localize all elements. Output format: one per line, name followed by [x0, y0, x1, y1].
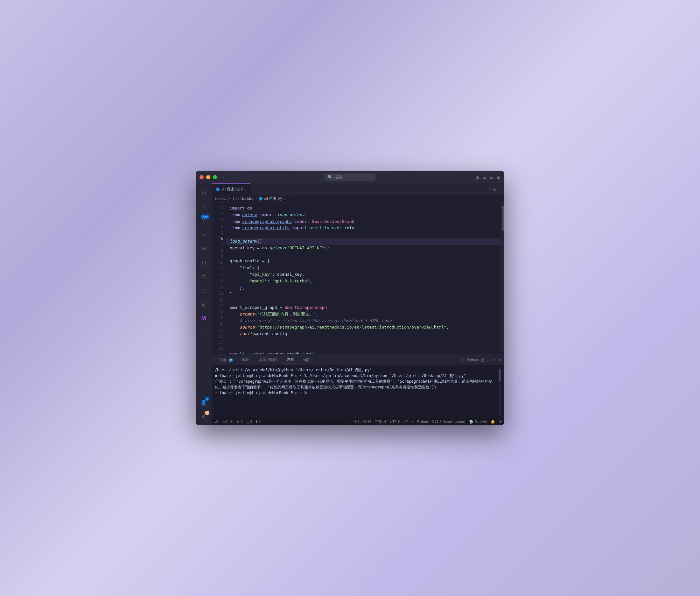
nav-buttons: ← →: [222, 174, 234, 179]
maximize-button[interactable]: [213, 175, 217, 179]
editor-scrollbar[interactable]: [501, 202, 504, 354]
breadcrumb-filename[interactable]: AI 爬虫.py: [264, 196, 282, 201]
position-label: 行 6，列 14: [353, 419, 371, 424]
code-line-4: from scrapegraphai.utils import prettify…: [230, 225, 501, 231]
code-line-10: "llm": {: [230, 265, 501, 271]
status-notifications[interactable]: ✉: [499, 420, 502, 424]
status-bell[interactable]: 🔔: [491, 420, 495, 424]
minimize-button[interactable]: [206, 175, 210, 179]
terminal-tab-terminal[interactable]: 终端: [283, 356, 298, 364]
watermark: CSDN @IntelliRealm: [658, 586, 691, 590]
status-python-version[interactable]: 3.11.6 ('base': conda): [432, 420, 465, 423]
activity-icon-run[interactable]: ▷: [197, 228, 210, 241]
run-button[interactable]: ▷: [488, 187, 491, 192]
activity-icon-docker[interactable]: ◫: [197, 284, 210, 297]
activity-icon-test[interactable]: ⚗: [197, 270, 210, 283]
breadcrumb-desktop[interactable]: Desktop: [240, 196, 255, 201]
notifications-icon: ✉: [499, 420, 502, 424]
terminal-scrollbar[interactable]: [499, 367, 501, 416]
editor-area: 🔷 AI 爬虫.py 2 × ▷ ⊟ ··· Users › jerlin: [212, 183, 504, 425]
code-line-17: prompt="总结页面的内容，列出要点。",: [230, 311, 501, 318]
layout-icon-4[interactable]: ⊞: [497, 174, 500, 179]
close-button[interactable]: [200, 175, 204, 179]
layout-icon-2[interactable]: ⊡: [483, 174, 487, 179]
breadcrumb: Users › jerlin › Desktop › 🔷 AI 爬虫.py › …: [212, 195, 504, 202]
code-line-23: result = smart_scraper_graph.run(): [230, 351, 501, 354]
breadcrumb-jerlin[interactable]: jerlin: [229, 196, 236, 201]
status-golive[interactable]: 📡 Go Live: [469, 420, 487, 424]
tab-file-icon: 🔷: [215, 187, 220, 192]
activity-icon-source-control[interactable]: ⑂ 10K+: [197, 214, 210, 227]
code-line-21: ): [230, 338, 501, 344]
terminal-split-button[interactable]: ⊟: [461, 357, 464, 362]
forward-button[interactable]: →: [229, 174, 234, 179]
code-line-3: from scrapegraphai.graphs import SmartSc…: [230, 218, 501, 225]
sync-icon: ⟳: [230, 420, 233, 424]
terminal-line-1: /Users/jerlin/anaconda3/bin/python "/Use…: [215, 367, 499, 373]
status-encoding[interactable]: UTF-8: [390, 420, 399, 423]
activity-icon-account[interactable]: 👤 1: [197, 396, 210, 409]
activity-icon-search[interactable]: ⌕: [197, 200, 210, 213]
activity-bar-bottom: 👤 1 ⚙ !: [197, 396, 210, 423]
more-actions[interactable]: ···: [202, 327, 205, 332]
errors-icon: ⊗: [236, 420, 239, 424]
terminal-delete-button[interactable]: 🗑: [481, 357, 485, 362]
terminal-scrollbar-thumb: [499, 369, 500, 381]
status-info[interactable]: ℹ 0: [256, 420, 260, 424]
terminal-tab-problems[interactable]: 问题 2: [215, 356, 237, 364]
search-bar[interactable]: 🔍 搜索: [325, 174, 375, 181]
code-editor[interactable]: import os from dotenv import load_dotenv…: [226, 202, 501, 354]
main-layout: ⎗ ⌕ ⑂ 10K+ ▷ ⊞ ⊡ ⚗: [196, 183, 504, 425]
status-spaces[interactable]: 空格: 4: [375, 419, 386, 424]
status-branch[interactable]: ⎇ main* ⟳: [214, 420, 233, 424]
activity-icon-merlin[interactable]: M: [197, 312, 210, 325]
status-language[interactable]: Python: [417, 420, 428, 423]
copilot-icon: ◈: [202, 301, 206, 307]
test-icon: ⚗: [201, 273, 206, 279]
editor-content[interactable]: 1 2 3 4 5 6 7 8 9 10 11 12 13 14: [212, 202, 504, 354]
activity-icon-settings[interactable]: ⚙ !: [197, 410, 210, 423]
tab-bar: 🔷 AI 爬虫.py 2 × ▷ ⊟ ···: [212, 183, 504, 195]
status-right: 行 6，列 14 空格: 4 UTF-8 LF λ: [353, 419, 502, 424]
layout-icon-3[interactable]: ⊟: [490, 174, 493, 179]
source-control-badge: 10K+: [201, 215, 209, 219]
terminal-more-button[interactable]: ···: [487, 357, 491, 362]
terminal-tab-ports[interactable]: 端口: [300, 356, 315, 364]
tab-ai-spider[interactable]: 🔷 AI 爬虫.py 2 ×: [212, 183, 251, 195]
breadcrumb-ellipsis[interactable]: ...: [285, 196, 289, 201]
terminal-tab-terminal-label: 终端: [287, 357, 294, 362]
terminal-tab-debug-label: 调试控制台: [259, 357, 278, 362]
code-line-14: }: [230, 291, 501, 298]
explorer-icon: ⎗: [202, 189, 206, 196]
settings-update-dot: !: [205, 411, 209, 415]
terminal-collapse-button[interactable]: ∧: [493, 357, 496, 362]
info-icon: ℹ: [256, 420, 257, 424]
status-errors[interactable]: ⊗ 0: [236, 420, 242, 424]
terminal-tab-output[interactable]: 输出: [238, 356, 254, 364]
search-icon: ⌕: [202, 203, 206, 210]
tab-label: AI 爬虫.py 2: [222, 187, 243, 192]
activity-icon-copilot[interactable]: ◈: [197, 298, 210, 311]
lambda-icon: λ: [411, 420, 413, 423]
activity-icon-explorer[interactable]: ⎗: [197, 186, 210, 199]
status-lineending[interactable]: LF: [404, 420, 408, 423]
layout-icon-1[interactable]: ⊞: [476, 174, 479, 179]
tab-close-button[interactable]: ×: [245, 188, 247, 191]
activity-icon-remote[interactable]: ⊡: [197, 256, 210, 269]
breadcrumb-users[interactable]: Users: [215, 196, 225, 201]
code-line-15: [230, 298, 501, 304]
add-terminal-button[interactable]: ＋: [454, 357, 458, 363]
terminal-tab-debug[interactable]: 调试控制台: [255, 356, 282, 364]
status-position[interactable]: 行 6，列 14: [353, 419, 371, 424]
terminal-close-button[interactable]: ×: [499, 357, 501, 362]
terminal-content[interactable]: /Users/jerlin/anaconda3/bin/python "/Use…: [212, 365, 504, 418]
status-warnings[interactable]: △ 2: [246, 420, 252, 424]
more-actions-button[interactable]: ···: [498, 187, 502, 192]
activity-icon-extensions[interactable]: ⊞: [197, 242, 210, 255]
language-label: Python: [417, 420, 428, 423]
back-button[interactable]: ←: [222, 174, 227, 179]
terminal-line-4: ○ (base) jerlin@linjiandeMacBook-Pro ~ %: [215, 390, 499, 396]
split-editor-button[interactable]: ⊟: [493, 187, 496, 192]
docker-icon: ◫: [201, 288, 206, 294]
status-language-icon: λ: [411, 420, 413, 423]
